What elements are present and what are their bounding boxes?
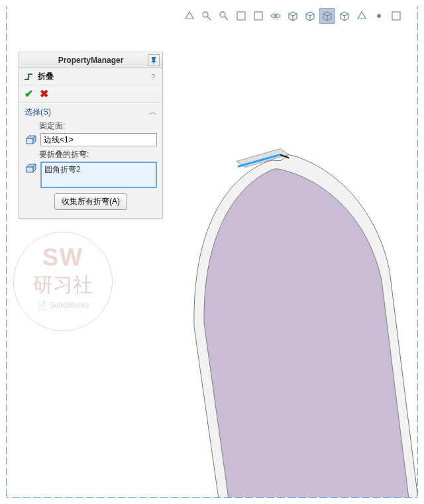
svg-point-7	[377, 14, 381, 18]
fixed-face-label: 固定面:	[39, 121, 157, 132]
bend-select-icon[interactable]	[25, 162, 38, 175]
svg-rect-11	[26, 167, 33, 172]
cancel-button[interactable]: ✖	[40, 87, 48, 100]
ok-button[interactable]: ✔	[25, 87, 33, 100]
selection-section: 选择(S) ︿ 固定面: 要折叠的折弯:	[19, 103, 162, 218]
bends-label: 要折叠的折弯:	[39, 149, 157, 160]
panel-title: PropertyManager	[58, 56, 124, 65]
section-icon[interactable]	[233, 8, 249, 24]
view-toolbar	[7, 7, 417, 25]
bend-item[interactable]: 圆角折弯2	[44, 164, 153, 176]
zoom-fit-icon[interactable]	[199, 8, 215, 24]
face-select-icon[interactable]	[25, 133, 38, 146]
section-header[interactable]: 选择(S) ︿	[25, 107, 157, 118]
zoom-area-icon[interactable]	[216, 8, 232, 24]
svg-rect-10	[26, 138, 33, 144]
dropdown-icon[interactable]	[182, 8, 197, 24]
svg-rect-4	[237, 12, 245, 20]
svg-rect-8	[392, 12, 400, 20]
more-icon[interactable]	[354, 8, 370, 24]
section-header-label: 选择(S)	[25, 107, 51, 118]
svg-point-0	[203, 12, 208, 17]
save-view-icon[interactable]	[388, 8, 404, 24]
fixed-face-input[interactable]	[40, 133, 157, 146]
svg-point-6	[274, 15, 277, 17]
help-icon[interactable]: ?	[148, 72, 158, 82]
panel-title-bar: PropertyManager	[19, 52, 162, 68]
confirm-row: ✔ ✖	[19, 85, 162, 103]
fold-icon	[23, 71, 35, 83]
perspective-icon[interactable]	[268, 8, 284, 24]
svg-point-2	[220, 12, 225, 17]
view-orientation-icon[interactable]	[319, 8, 335, 24]
scene-icon[interactable]	[285, 8, 301, 24]
appearance-icon[interactable]	[302, 8, 318, 24]
focus-icon[interactable]	[371, 8, 387, 24]
pin-icon[interactable]	[148, 54, 160, 66]
bends-listbox[interactable]: 圆角折弯2	[40, 162, 157, 188]
display-style-icon[interactable]	[250, 8, 266, 24]
feature-header: 折叠 ?	[19, 68, 162, 85]
property-manager-panel: PropertyManager 折叠 ? ✔ ✖ 选择(S) ︿ 固定面:	[19, 52, 163, 219]
svg-line-3	[225, 17, 228, 20]
collect-all-bends-button[interactable]: 收集所有折弯(A)	[54, 193, 127, 210]
hide-show-icon[interactable]	[337, 8, 352, 24]
feature-name: 折叠	[38, 71, 54, 82]
chevron-up-icon: ︿	[149, 107, 157, 118]
svg-rect-5	[254, 12, 262, 20]
svg-line-1	[207, 17, 211, 20]
